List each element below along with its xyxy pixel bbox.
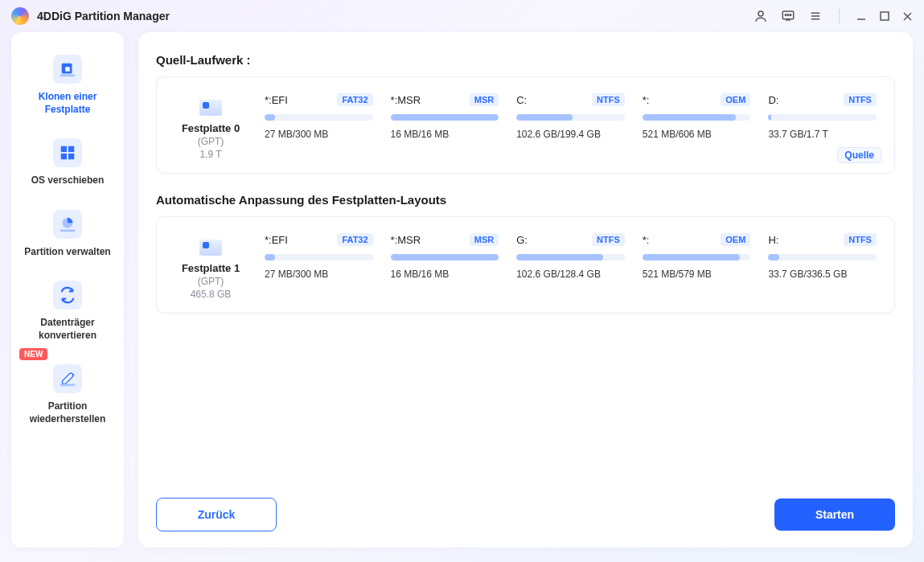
usage-bar xyxy=(516,254,625,260)
partition[interactable]: D:NTFS33.7 GB/1.7 T xyxy=(768,93,877,140)
partition-label: *:EFI xyxy=(265,94,288,106)
close-button[interactable] xyxy=(902,11,913,22)
sidebar-item-convert-disk[interactable]: Datenträger konvertieren xyxy=(11,273,124,356)
filesystem-tag: OEM xyxy=(721,93,750,106)
sidebar-item-label: Partition verwalten xyxy=(16,245,119,258)
user-icon[interactable] xyxy=(754,9,768,23)
partition[interactable]: *:MSRMSR16 MB/16 MB xyxy=(391,233,499,280)
partition-label: *:MSR xyxy=(391,234,421,246)
app-title: 4DDiG Partition Manager xyxy=(37,10,170,23)
disk-info: Festplatte 1 (GPT) 465.8 GB xyxy=(175,233,247,300)
partition[interactable]: *:EFIFAT3227 MB/300 MB xyxy=(265,93,373,140)
svg-point-3 xyxy=(787,14,789,16)
migrate-os-icon xyxy=(53,138,82,167)
sidebar-item-recover-partition[interactable]: Partition wiederherstellen xyxy=(11,356,124,440)
partition[interactable]: *:OEM521 MB/606 MB xyxy=(643,93,751,140)
partition[interactable]: *:OEM521 MB/579 MB xyxy=(643,233,751,280)
recover-partition-icon xyxy=(53,364,82,393)
back-button[interactable]: Zurück xyxy=(156,498,277,531)
usage-bar xyxy=(768,114,877,121)
feedback-icon[interactable] xyxy=(781,9,795,23)
partition-label: *:EFI xyxy=(265,234,288,246)
disk-scheme: (GPT) xyxy=(175,276,247,287)
partitions-container: *:EFIFAT3227 MB/300 MB*:MSRMSR16 MB/16 M… xyxy=(265,93,877,140)
manage-partition-icon xyxy=(53,210,82,239)
partition-size: 521 MB/579 MB xyxy=(643,269,751,280)
sidebar-item-label: Klonen einer Festplatte xyxy=(16,90,119,116)
source-tag: Quelle xyxy=(837,147,881,163)
sidebar-item-label: Datenträger konvertieren xyxy=(16,316,119,342)
sidebar-item-migrate-os[interactable]: OS verschieben xyxy=(11,130,124,201)
usage-bar xyxy=(768,254,877,260)
usage-bar xyxy=(391,254,499,260)
partitions-container: *:EFIFAT3227 MB/300 MB*:MSRMSR16 MB/16 M… xyxy=(265,233,877,280)
partition-label: *: xyxy=(643,94,650,106)
usage-bar xyxy=(391,114,499,121)
disk-scheme: (GPT) xyxy=(175,136,247,147)
sidebar-item-clone-disk[interactable]: Klonen einer Festplatte xyxy=(11,47,124,130)
partition-label: *:MSR xyxy=(391,94,421,106)
filesystem-tag: FAT32 xyxy=(337,233,372,246)
filesystem-tag: MSR xyxy=(470,93,499,106)
sidebar: Klonen einer Festplatte OS verschieben P… xyxy=(11,32,124,548)
partition-size: 102.6 GB/128.4 GB xyxy=(516,269,625,280)
svg-point-2 xyxy=(785,14,786,16)
partition-label: D: xyxy=(768,94,778,106)
footer: Zurück Starten xyxy=(156,482,895,531)
partition-size: 521 MB/606 MB xyxy=(643,129,751,140)
usage-bar xyxy=(516,114,625,121)
svg-point-0 xyxy=(758,11,763,16)
menu-icon[interactable] xyxy=(808,9,823,23)
filesystem-tag: FAT32 xyxy=(337,93,372,106)
start-button[interactable]: Starten xyxy=(774,498,895,531)
partition-label: G: xyxy=(516,234,528,246)
svg-rect-13 xyxy=(60,74,75,76)
partition-label: C: xyxy=(516,94,527,106)
disk-capacity: 1.9 T xyxy=(175,149,247,160)
new-badge: NEW xyxy=(19,348,47,360)
disk-info: Festplatte 0 (GPT) 1.9 T xyxy=(175,93,247,160)
usage-bar xyxy=(643,114,751,121)
filesystem-tag: NTFS xyxy=(844,93,877,106)
convert-disk-icon xyxy=(53,281,82,310)
partition[interactable]: *:EFIFAT3227 MB/300 MB xyxy=(265,233,373,280)
main-content: Quell-Laufwerk : Festplatte 0 (GPT) 1.9 … xyxy=(138,32,913,548)
minimize-button[interactable] xyxy=(856,10,867,22)
clone-disk-icon xyxy=(53,55,82,84)
sidebar-item-manage-partition[interactable]: Partition verwalten xyxy=(11,202,124,273)
filesystem-tag: OEM xyxy=(721,233,750,246)
source-disk-card: Festplatte 0 (GPT) 1.9 T *:EFIFAT3227 MB… xyxy=(156,76,895,174)
partition-size: 33.7 GB/336.5 GB xyxy=(768,269,877,280)
usage-bar xyxy=(265,254,373,260)
disk-capacity: 465.8 GB xyxy=(175,289,247,300)
svg-rect-17 xyxy=(68,154,74,159)
disk-name: Festplatte 1 xyxy=(175,262,247,274)
filesystem-tag: NTFS xyxy=(592,93,625,106)
usage-bar xyxy=(265,114,373,121)
svg-point-4 xyxy=(790,14,791,16)
partition[interactable]: C:NTFS102.6 GB/199.4 GB xyxy=(516,93,625,140)
partition[interactable]: G:NTFS102.6 GB/128.4 GB xyxy=(516,233,625,280)
target-disk-card: Festplatte 1 (GPT) 465.8 GB *:EFIFAT3227… xyxy=(156,216,895,314)
disk-name: Festplatte 0 xyxy=(175,122,247,134)
partition-label: H: xyxy=(768,234,778,246)
partition-size: 27 MB/300 MB xyxy=(265,129,373,140)
partition-size: 16 MB/16 MB xyxy=(391,129,499,140)
svg-rect-14 xyxy=(61,146,67,152)
source-drive-title: Quell-Laufwerk : xyxy=(156,53,895,67)
sidebar-item-label: OS verschieben xyxy=(16,174,119,187)
auto-layout-title: Automatische Anpassung des Festplatten-L… xyxy=(156,193,895,207)
svg-rect-16 xyxy=(61,154,67,159)
svg-rect-15 xyxy=(68,146,74,152)
partition[interactable]: H:NTFS33.7 GB/336.5 GB xyxy=(768,233,877,280)
partition[interactable]: *:MSRMSR16 MB/16 MB xyxy=(391,93,499,140)
filesystem-tag: MSR xyxy=(470,233,499,246)
disk-icon xyxy=(199,100,222,116)
partition-size: 33.7 GB/1.7 T xyxy=(768,129,877,140)
sidebar-item-label: Partition wiederherstellen xyxy=(16,400,119,425)
filesystem-tag: NTFS xyxy=(844,233,877,246)
svg-rect-9 xyxy=(881,12,889,20)
partition-size: 27 MB/300 MB xyxy=(265,269,373,280)
titlebar: 4DDiG Partition Manager xyxy=(0,0,924,32)
maximize-button[interactable] xyxy=(880,11,889,21)
